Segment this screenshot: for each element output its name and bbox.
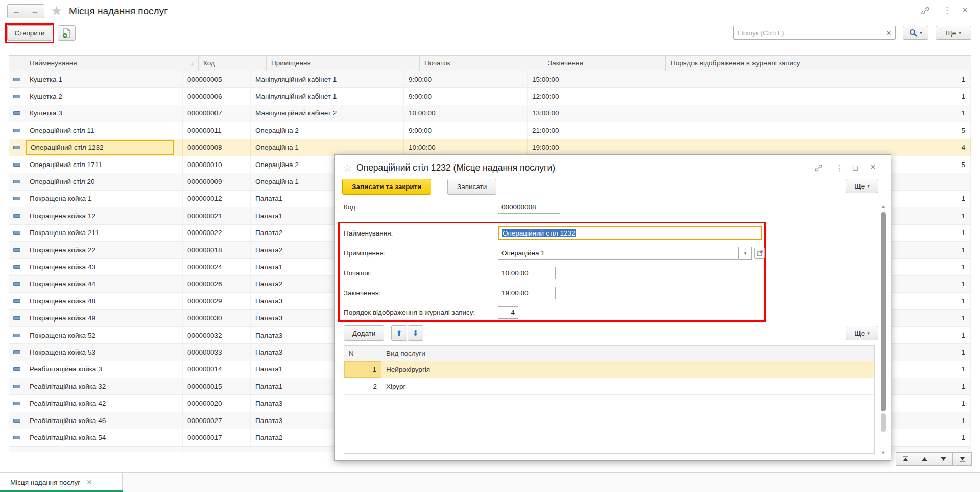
- table-row[interactable]: Кушетка 3000000007Маніпуляційний кабінет…: [9, 105, 971, 122]
- move-down-button[interactable]: ⬇: [408, 325, 423, 341]
- cell-end[interactable]: 19:00:00: [528, 139, 650, 156]
- back-button[interactable]: ←: [7, 4, 26, 18]
- cell-name[interactable]: Покращена койка 53: [25, 344, 183, 360]
- scrollbar-down-icon[interactable]: ▼: [880, 450, 887, 455]
- tab-close-icon[interactable]: ✕: [86, 478, 92, 486]
- cell-name[interactable]: Покращена койка 43: [25, 259, 183, 275]
- cell-room[interactable]: Маніпуляційний кабінет 1: [251, 71, 404, 87]
- room-dropdown-button[interactable]: ▾: [739, 247, 752, 260]
- service-cell-name[interactable]: Нейрохірургія: [381, 361, 874, 378]
- cell-name[interactable]: Покращена койка 49: [25, 310, 183, 326]
- column-header-start[interactable]: Початок: [420, 56, 543, 71]
- cell-code[interactable]: 000000009: [183, 173, 251, 190]
- cell-name[interactable]: Операційний стіл 20: [25, 173, 183, 190]
- cell-name[interactable]: Реабілітаційна койка 42: [25, 395, 183, 411]
- cell-name[interactable]: Покращена койка 48: [25, 293, 183, 309]
- service-row[interactable]: 1Нейрохірургія: [344, 361, 874, 378]
- service-cell-name[interactable]: Хірург: [381, 378, 874, 394]
- cell-name[interactable]: Реабілітаційна койка 46: [25, 412, 183, 429]
- dialog-menu-dots-icon[interactable]: ⋮: [835, 163, 844, 173]
- table-row[interactable]: Кушетка 2000000006Маніпуляційний кабінет…: [9, 88, 971, 105]
- cell-room[interactable]: Маніпуляційний кабінет 2: [251, 105, 404, 122]
- cell-code[interactable]: 000000033: [183, 344, 251, 360]
- service-cell-n[interactable]: 2: [344, 378, 381, 394]
- cell-code[interactable]: 000000017: [183, 429, 251, 446]
- cell-start[interactable]: 9:00:00: [404, 88, 528, 104]
- save-and-close-button[interactable]: Записати та закрити: [342, 179, 431, 195]
- cell-code[interactable]: 000000027: [183, 412, 251, 429]
- create-copy-button[interactable]: [58, 25, 76, 41]
- service-row[interactable]: 2Хірург: [344, 378, 874, 395]
- cell-name[interactable]: Операційний стіл 11: [25, 122, 183, 138]
- forward-button[interactable]: →: [26, 4, 44, 18]
- dialog-scrollbar[interactable]: ▲ ▼: [880, 204, 887, 455]
- code-field[interactable]: 000000008: [498, 201, 560, 214]
- services-column-n[interactable]: N: [344, 346, 381, 361]
- cell-end[interactable]: 21:00:00: [528, 122, 650, 138]
- column-header-order[interactable]: Порядок відображення в журналі запису: [666, 56, 971, 71]
- get-link-icon[interactable]: [921, 6, 930, 17]
- cell-end[interactable]: 13:00:00: [528, 105, 650, 122]
- services-column-service[interactable]: Вид послуги: [381, 346, 874, 361]
- cell-name[interactable]: Реабілітаційна койка 3: [25, 361, 183, 378]
- cell-code[interactable]: 000000015: [183, 378, 251, 394]
- service-cell-n[interactable]: 1: [344, 361, 381, 378]
- cell-start[interactable]: 9:00:00: [404, 122, 528, 138]
- cell-name[interactable]: Покращена койка 1: [25, 191, 183, 207]
- cell-name[interactable]: Кушетка 2: [25, 88, 183, 104]
- search-input[interactable]: [734, 27, 882, 39]
- column-header-end[interactable]: Закінчення: [543, 56, 666, 71]
- table-row[interactable]: Кушетка 1000000005Маніпуляційний кабінет…: [9, 71, 971, 88]
- add-service-button[interactable]: Додати: [344, 325, 384, 341]
- cell-code[interactable]: 000000018: [183, 242, 251, 258]
- cell-name[interactable]: Покращена койка 44: [25, 276, 183, 292]
- column-header-name[interactable]: Найменування ↓: [25, 56, 199, 71]
- cell-code[interactable]: 000000032: [183, 327, 251, 343]
- dialog-favorite-star-icon[interactable]: ☆: [343, 162, 352, 174]
- cell-code[interactable]: 000000021: [183, 207, 251, 224]
- go-first-button[interactable]: [896, 452, 915, 466]
- cell-code[interactable]: 000000022: [183, 225, 251, 241]
- go-last-button[interactable]: [952, 452, 972, 466]
- cell-code[interactable]: 000000029: [183, 293, 251, 309]
- cell-code[interactable]: 000000005: [183, 71, 251, 87]
- cell-name[interactable]: Реабілітаційна койка 55: [25, 447, 183, 452]
- cell-end[interactable]: 15:00:00: [528, 71, 650, 87]
- create-button[interactable]: Створити: [7, 25, 52, 41]
- order-field[interactable]: 4: [498, 306, 518, 319]
- cell-name[interactable]: Покращена койка 12: [25, 207, 183, 224]
- cell-room[interactable]: Маніпуляційний кабінет 1: [251, 88, 404, 104]
- cell-code[interactable]: 000000035: [183, 447, 251, 452]
- go-down-button[interactable]: [934, 452, 953, 466]
- cell-code[interactable]: 000000024: [183, 259, 251, 275]
- cell-name[interactable]: Операційний стіл 1232: [25, 139, 183, 156]
- cell-order[interactable]: 4: [650, 139, 971, 156]
- cell-code[interactable]: 000000010: [183, 156, 251, 173]
- list-more-button[interactable]: Ще ▾: [936, 26, 971, 40]
- column-header-code[interactable]: Код: [199, 56, 267, 71]
- table-row[interactable]: Операційний стіл 11000000011Операційна 2…: [9, 122, 971, 139]
- scrollbar-up-icon[interactable]: ▲: [880, 204, 887, 209]
- cell-code[interactable]: 000000030: [183, 310, 251, 326]
- scrollbar-thumb[interactable]: [881, 212, 886, 411]
- cell-start[interactable]: 9:00:00: [404, 71, 528, 87]
- dialog-maximize-icon[interactable]: ◻: [852, 163, 858, 172]
- start-field[interactable]: 10:00:00: [498, 267, 556, 279]
- search-clear-icon[interactable]: ✕: [882, 29, 895, 37]
- cell-room[interactable]: Операційна 1: [251, 139, 404, 156]
- cell-code[interactable]: 000000012: [183, 191, 251, 207]
- dialog-close-icon[interactable]: ×: [870, 161, 876, 173]
- cell-code[interactable]: 000000008: [183, 139, 251, 156]
- cell-name[interactable]: Реабілітаційна койка 54: [25, 429, 183, 446]
- search-button[interactable]: ▾: [903, 26, 928, 40]
- cell-start[interactable]: 10:00:00: [404, 139, 528, 156]
- window-close-icon[interactable]: ×: [962, 5, 968, 15]
- cell-code[interactable]: 000000007: [183, 105, 251, 122]
- table-row[interactable]: Операційний стіл 1232000000008Операційна…: [9, 139, 971, 156]
- cell-name[interactable]: Кушетка 3: [25, 105, 183, 122]
- cell-room[interactable]: Операційна 2: [251, 122, 404, 138]
- cell-order[interactable]: 1: [650, 88, 971, 104]
- room-combo[interactable]: Операційна 1: [498, 247, 739, 260]
- cell-code[interactable]: 000000026: [183, 276, 251, 292]
- window-menu-dots-icon[interactable]: ⋮: [943, 6, 951, 15]
